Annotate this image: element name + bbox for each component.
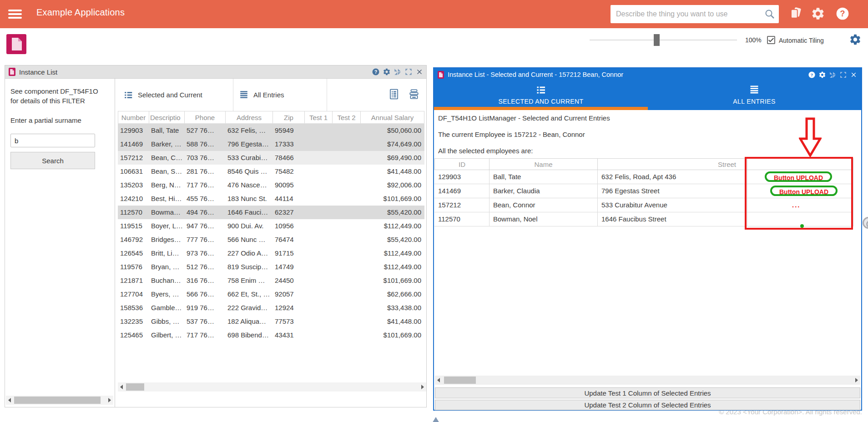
table-row[interactable]: 132235 Gibbs, … 537 76… 182 Aliqua… 7757… bbox=[118, 315, 424, 328]
cell-name: Barker, Claudia bbox=[489, 184, 597, 198]
left-window-titlebar[interactable]: Instance List bbox=[5, 65, 426, 79]
cell-test2 bbox=[332, 124, 360, 137]
column-header[interactable]: Annual Salary bbox=[360, 111, 424, 123]
update-test2-button[interactable]: Update Test 2 Column of Selected Entries bbox=[435, 400, 860, 410]
table-header-row[interactable]: IDNameStreet bbox=[434, 158, 853, 170]
tab-selected-and-current[interactable]: Selected and Current bbox=[118, 79, 233, 111]
cell-zip: 92057 bbox=[273, 287, 304, 301]
search-button[interactable]: Search bbox=[10, 152, 95, 169]
cell-address: 182 Aliqua… bbox=[225, 315, 273, 328]
table-row[interactable]: 112570 Bowman, Noel 1646 Faucibus Street bbox=[434, 212, 853, 226]
table-row[interactable]: 135203 Berg, N… 717 76… 476 Nasce… 90095… bbox=[118, 178, 424, 192]
current-employee-line: The current Employee is 157212 - Bean, C… bbox=[438, 131, 585, 138]
table-horizontal-scrollbar[interactable] bbox=[118, 382, 426, 392]
cell-description: Bean, S… bbox=[149, 165, 184, 178]
right-window-titlebar[interactable]: Instance List - Selected and Current - 1… bbox=[434, 68, 861, 81]
table-row[interactable]: 119576 Bryan, … 512 76… 819 Suscip… 1474… bbox=[118, 260, 424, 274]
table-row[interactable]: 112570 Bowma… 494 76… 1646 Fauci… 62327 … bbox=[118, 206, 424, 219]
column-header[interactable]: ID bbox=[434, 159, 489, 170]
update-test1-button[interactable]: Update Test 1 Column of Selected Entries bbox=[435, 387, 860, 398]
tab-all-entries[interactable]: All Entries bbox=[233, 79, 327, 111]
column-header[interactable] bbox=[747, 159, 853, 170]
close-icon[interactable] bbox=[850, 71, 858, 79]
cell-number: 124210 bbox=[118, 192, 149, 206]
hamburger-menu-icon[interactable] bbox=[8, 10, 22, 19]
column-header[interactable]: Number bbox=[118, 111, 149, 123]
cell-phone: 919 76… bbox=[184, 301, 225, 315]
tile-in-icon[interactable] bbox=[829, 71, 837, 79]
scrollbar-thumb[interactable] bbox=[444, 377, 476, 384]
scroll-left-icon[interactable] bbox=[437, 378, 440, 382]
cell-phone: 527 76… bbox=[184, 124, 225, 137]
table-row[interactable]: 129903 Ball, Tate 527 76… 632 Felis, … 9… bbox=[118, 124, 424, 137]
right-horizontal-scrollbar[interactable] bbox=[435, 376, 860, 385]
scrollbar-thumb[interactable] bbox=[14, 397, 101, 404]
tab-selected-and-current[interactable]: SELECTED AND CURRENT bbox=[434, 81, 648, 110]
close-icon[interactable] bbox=[415, 68, 424, 76]
column-header[interactable]: Zip bbox=[273, 111, 304, 123]
tiling-settings-gear-icon[interactable] bbox=[849, 33, 862, 46]
document-icon bbox=[438, 71, 444, 79]
table-row[interactable]: 158536 Gamble… 919 76… 222 Gravid… 12924… bbox=[118, 301, 424, 315]
cell-test2 bbox=[332, 219, 360, 233]
table-row[interactable]: 119515 Boyer, L… 947 76… 900 Dui. Av. 10… bbox=[118, 219, 424, 233]
column-header[interactable]: Test 2 bbox=[332, 111, 360, 123]
table-row[interactable]: 126545 Britt, Li… 973 76… 227 Odio A… 91… bbox=[118, 246, 424, 260]
tab-all-entries[interactable]: ALL ENTRIES bbox=[647, 81, 861, 110]
window-settings-icon[interactable] bbox=[383, 68, 391, 76]
cell-salary: $74,649.00 bbox=[360, 137, 424, 151]
scroll-left-icon[interactable] bbox=[8, 398, 11, 402]
zoom-percent-label: 100% bbox=[745, 36, 762, 44]
zoom-slider[interactable] bbox=[590, 40, 737, 40]
sidebar-horizontal-scrollbar[interactable] bbox=[6, 396, 113, 405]
table-row[interactable]: 124210 Best, Hi… 455 76… 183 Nunc St. 44… bbox=[118, 192, 424, 206]
tile-out-icon[interactable] bbox=[839, 71, 847, 79]
scroll-right-icon[interactable] bbox=[421, 385, 424, 389]
cell-number: 135203 bbox=[118, 178, 149, 192]
window-help-icon[interactable] bbox=[808, 71, 816, 79]
global-search[interactable] bbox=[611, 5, 779, 23]
table-row[interactable]: 141469 Barker, … 588 76… 796 Egesta… 173… bbox=[118, 137, 424, 151]
cards-icon[interactable] bbox=[789, 6, 802, 20]
column-header[interactable]: Street bbox=[597, 159, 747, 170]
app-document-icon[interactable] bbox=[6, 34, 26, 54]
table-row[interactable]: 157212 Bean, C… 703 76… 533 Curabi… 7846… bbox=[118, 151, 424, 165]
table-row[interactable]: 129903 Ball, Tate 632 Felis, Road, Apt 4… bbox=[434, 170, 853, 184]
tile-out-icon[interactable] bbox=[404, 68, 413, 76]
gear-icon[interactable] bbox=[811, 6, 825, 21]
automatic-tiling-checkbox[interactable] bbox=[767, 36, 775, 44]
cell-salary: $55,420.00 bbox=[360, 233, 424, 246]
search-icon[interactable] bbox=[764, 9, 775, 20]
column-header[interactable]: Phone bbox=[184, 111, 225, 123]
printer-icon[interactable] bbox=[408, 88, 420, 100]
table-row[interactable]: 141469 Barker, Claudia 796 Egestas Stree… bbox=[434, 184, 853, 198]
column-header[interactable]: Test 1 bbox=[304, 111, 332, 123]
cell-description: Barker, … bbox=[149, 137, 184, 151]
scrollbar-thumb[interactable] bbox=[126, 383, 144, 391]
window-help-icon[interactable] bbox=[372, 68, 380, 76]
search-input[interactable] bbox=[611, 10, 764, 18]
help-icon[interactable] bbox=[835, 6, 850, 21]
scroll-right-icon[interactable] bbox=[108, 398, 111, 402]
surname-input[interactable] bbox=[10, 134, 95, 147]
table-row[interactable]: 106631 Bean, S… 281 76… 8546 Quis … 7548… bbox=[118, 165, 424, 178]
table-header-row[interactable]: NumberDescriptioPhoneAddressZipTest 1Tes… bbox=[118, 111, 424, 124]
cell-test2 bbox=[332, 137, 360, 151]
table-row[interactable]: 157212 Bean, Connor 533 Curabitur Avenue… bbox=[434, 198, 853, 212]
table-row[interactable]: 146792 Bridges… 777 76… 566 Nunc … 76474… bbox=[118, 233, 424, 246]
cell-id: 141469 bbox=[434, 184, 489, 198]
report-view-icon[interactable] bbox=[388, 88, 400, 100]
cell-description: Bridges… bbox=[149, 233, 184, 246]
scroll-left-icon[interactable] bbox=[120, 385, 123, 389]
column-header[interactable]: Name bbox=[489, 159, 597, 170]
window-settings-icon[interactable] bbox=[818, 71, 826, 79]
column-header[interactable]: Descriptio bbox=[149, 111, 184, 123]
scroll-right-icon[interactable] bbox=[855, 378, 858, 382]
column-header[interactable]: Address bbox=[225, 111, 273, 123]
tile-in-icon[interactable] bbox=[394, 68, 402, 76]
table-row[interactable]: 127704 Byers, … 566 76… 662 Et, St., … 9… bbox=[118, 287, 424, 301]
table-row[interactable]: 121871 Buchan… 316 76… 758 Enim … 24450 … bbox=[118, 274, 424, 287]
table-row[interactable]: 125465 Gilbert, … 717 76… 698 Bibend… 43… bbox=[118, 328, 424, 342]
zoom-slider-handle[interactable] bbox=[654, 34, 660, 46]
cell-test1 bbox=[304, 328, 332, 342]
